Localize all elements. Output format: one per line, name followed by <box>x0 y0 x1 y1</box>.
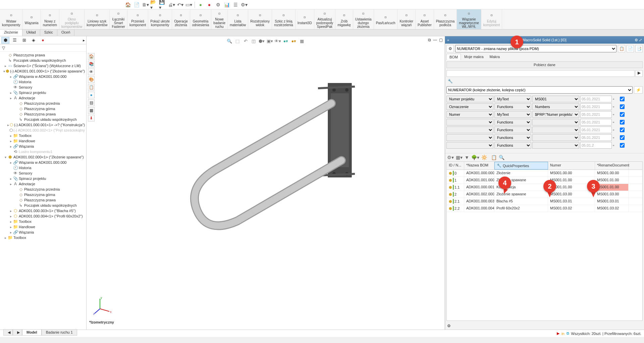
tree-item[interactable]: ▸📁Toolbox <box>0 133 86 138</box>
light-red-icon[interactable]: ● <box>206 1 213 8</box>
filter-icon[interactable]: ▼ <box>465 155 469 160</box>
tree-item[interactable]: ⟲Lustro komponentu1 <box>0 149 86 154</box>
tree-item[interactable]: ▸📎Spinacz projektu <box>0 176 86 181</box>
ribbon-p-aszczyzna[interactable]: ▫Płaszczyznapodłoża <box>434 9 457 29</box>
col-nazwa[interactable]: *Nazwa BOM <box>464 162 494 169</box>
tree-item[interactable]: ▸📁Handlowe <box>0 138 86 144</box>
link-icon[interactable]: ▫ <box>613 97 619 101</box>
action3-icon[interactable]: 📑 <box>635 45 643 52</box>
render-icon[interactable]: ▦ <box>299 38 305 44</box>
maximize-button[interactable]: ▢ <box>626 2 633 7</box>
ribbon-pas-a-cuch[interactable]: ▫Pas/Łańcuch <box>374 9 398 29</box>
ribbon-szkic-z-lini-[interactable]: ▫Szkic z liniąrozstrzelenia <box>272 9 296 29</box>
ribbon--czniki[interactable]: ▫ŁącznikiSmartFastener <box>110 9 127 29</box>
numerator-mode-select[interactable]: NUMERATOR (kolejne złożenie, kolejna czę… <box>446 86 633 94</box>
tree-item[interactable]: ▸🔗Wiązania w ADK001.000.000 <box>0 160 86 165</box>
highlight-icon[interactable]: 🔆 <box>481 155 487 160</box>
tree-item[interactable]: ▾⬢(-) ADK001.001.000<1> ("Złożenie spawa… <box>0 68 86 74</box>
subtab-moje-makra[interactable]: Moje makra <box>462 54 486 60</box>
list-icon[interactable]: ☰ <box>232 1 239 8</box>
tree-item[interactable]: ▸🔗Wiązania <box>0 144 86 149</box>
user-icon[interactable]: 👤 <box>596 2 602 7</box>
tree-item[interactable]: ◇Płaszczyzna prawa <box>0 52 86 58</box>
tree-item[interactable]: ▸🔗Wiązania w ADK001.000.000 <box>0 74 86 79</box>
gear2-icon[interactable]: ⚙▾ <box>447 155 454 160</box>
save-icon[interactable]: 💾▾ <box>159 1 166 8</box>
tree-item[interactable]: ◇Płaszczyzna górna <box>0 106 86 111</box>
hide-show-icon[interactable]: 👁▾ <box>274 38 281 44</box>
tree-item[interactable]: ▸⬡ADK001.000.004<1> ("Profil 60x20x2") <box>0 213 86 219</box>
tree-item[interactable]: ◇Płaszczyzna przednia <box>0 101 86 106</box>
print-icon[interactable]: 🖨▾ <box>168 1 175 8</box>
table-row[interactable]: ⬢2.2ADK001.000.004Profil 60x20x2MS001.03… <box>447 205 642 212</box>
action1-icon[interactable]: 📋 <box>618 45 625 52</box>
gear-icon[interactable]: ⚙ <box>446 45 454 52</box>
tree-item[interactable]: ◇Płaszczyzna prawa <box>0 197 86 203</box>
youtube-icon[interactable]: ▶ <box>557 331 559 336</box>
search-input[interactable] <box>538 2 584 6</box>
bottom-tab-badanie-ruchu-1[interactable]: Badanie ruchu 1 <box>42 329 77 336</box>
tp-appear-icon[interactable]: 🎨 <box>88 76 95 83</box>
panel-settings-icon[interactable]: ⚙ ⤢ <box>635 38 642 42</box>
doc-icon[interactable]: 📄 <box>133 1 140 8</box>
orient-icon[interactable]: ⬢▾ <box>258 38 265 44</box>
ribbon-nowe[interactable]: ▫Nowebadanieruchu <box>211 9 228 29</box>
search-icon[interactable]: 🔍 ▾ <box>584 0 591 9</box>
col-rename[interactable]: *RenameDocument <box>595 162 629 169</box>
tab-szkic[interactable]: Szkic <box>40 30 57 36</box>
ribbon-geometria[interactable]: ▫Geometriaodniesienia <box>190 9 212 29</box>
ribbon-zr-b[interactable]: ▫Zróbmigawkę <box>335 9 353 29</box>
link-icon[interactable]: ▫ <box>613 128 619 132</box>
tp-home-icon[interactable]: 🏠 <box>88 53 95 60</box>
tool2-icon[interactable]: 📊 <box>223 1 230 8</box>
panel-search-input[interactable] <box>446 70 635 77</box>
link-icon[interactable]: ▫ <box>613 135 619 140</box>
command-search[interactable]: ▸_ 🔍 ▾ <box>532 1 592 8</box>
col-quickproperties[interactable]: 🔧QuickProperties <box>494 162 548 169</box>
table-row[interactable]: ⬢0ADK001.000.000ZłożenieMS001.00.00MS001… <box>447 170 642 177</box>
numerator-selector[interactable]: NUMERATOR - zmiana nazwy plików (poza PD… <box>455 45 616 52</box>
ribbon-liniowy-szyk[interactable]: ▫Liniowy szykkomponentów <box>85 9 110 29</box>
tree-item[interactable]: ▸📎Spinacz projektu <box>0 90 86 95</box>
menu-plik[interactable]: Plik <box>41 1 53 7</box>
search-go-icon[interactable]: ▶ <box>635 70 643 77</box>
tree-item[interactable]: ◇Płaszczyzna prawa <box>0 111 86 117</box>
ribbon-wi-zania[interactable]: ▫Wiązania <box>22 9 41 29</box>
tree-item[interactable]: ▾⬢ADK001.002.000<1> ("Złożenie spawane") <box>0 154 86 160</box>
tp-tab9-icon[interactable]: ⬇ <box>88 115 95 121</box>
ribbon-operacje[interactable]: ▫Operacjezłożenia <box>172 9 190 29</box>
zoom-fit-icon[interactable]: 🔍 <box>226 38 233 44</box>
tree-item[interactable]: ▸AAdnotacje <box>0 181 86 187</box>
section-icon[interactable]: ◫ <box>250 38 257 44</box>
tab-układ[interactable]: Układ <box>22 30 40 36</box>
tree-item[interactable]: 🕘Historia <box>0 79 86 85</box>
ribbon-aktualizuj[interactable]: ▫AktualizujpodzespołySpeedPak <box>314 9 336 29</box>
open-icon[interactable]: 📂▾ <box>150 1 158 8</box>
tree-item[interactable]: 👁Sensory <box>0 85 86 90</box>
tab-prev-icon[interactable]: ◀ <box>3 329 13 336</box>
numerator-apply-icon[interactable]: ⚡ <box>634 86 643 94</box>
menu-edycja[interactable]: Edycja <box>54 1 71 7</box>
zoom-area-icon[interactable]: ⬚ <box>234 38 241 44</box>
menu-widok[interactable]: Widok <box>72 1 88 7</box>
help-icon[interactable]: ? <box>606 2 612 7</box>
select-icon[interactable]: ▭▾ <box>185 1 193 8</box>
ribbon-ustawienia[interactable]: ▫Ustawieniadużegozłożenia <box>353 9 374 29</box>
prev-view-icon[interactable]: ↶ <box>242 38 249 44</box>
tree-item[interactable]: ▸📁Handlowe <box>0 224 86 230</box>
tp-forum-icon[interactable]: ● <box>88 92 95 98</box>
tree-item[interactable]: ◇Płaszczyzna górna <box>0 192 86 197</box>
zoom-icon[interactable]: 🔍 <box>499 155 504 160</box>
tree-item[interactable]: ↳Początek układu współrzędnych <box>0 58 86 63</box>
link-icon[interactable]: ▫ <box>613 104 619 109</box>
tree-item[interactable]: ◇Płaszczyzna przednia <box>0 187 86 192</box>
ribbon-poka-ukryte[interactable]: ▫Pokaż ukrytekomponenty <box>148 9 172 29</box>
pobierz-dane-button[interactable]: Pobierz dane <box>446 61 643 68</box>
link-icon[interactable]: ▫ <box>613 143 619 148</box>
ribbon-kontroler[interactable]: ▫Kontrolerwiązań <box>397 9 416 29</box>
subtab-makra[interactable]: Makra <box>487 54 503 60</box>
tree-item[interactable]: 👁Sensory <box>0 170 86 176</box>
tool-icon[interactable]: 🔧 <box>448 79 453 84</box>
col-id[interactable]: ID / N... <box>447 162 464 169</box>
ribbon-wstaw[interactable]: ▫Wstawkomponenty <box>0 9 22 29</box>
